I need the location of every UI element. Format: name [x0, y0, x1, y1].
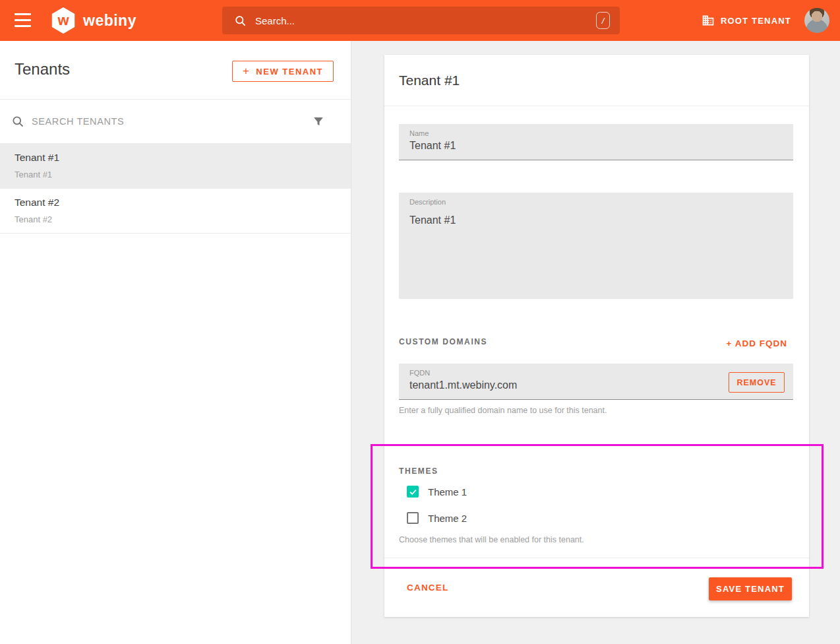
plus-icon: + — [243, 65, 250, 78]
root-tenant-label: ROOT TENANT — [721, 16, 791, 26]
theme-1-label: Theme 1 — [428, 486, 467, 498]
search-icon — [11, 115, 24, 131]
theme-option-2[interactable]: Theme 2 — [407, 512, 467, 524]
name-field-label: Name — [409, 129, 783, 137]
fqdn-field-label: FQDN — [409, 369, 783, 377]
custom-domains-section-label: CUSTOM DOMAINS — [399, 337, 487, 346]
fqdn-field-value: tenant1.mt.webiny.com — [409, 379, 783, 391]
fqdn-helper-text: Enter a fully qualified domain name to u… — [399, 406, 607, 415]
app-header: w webiny Search... / ROOT TENANT — [0, 0, 840, 41]
tenants-sidebar: Tenants + NEW TENANT SEARCH TENANTS Tena… — [0, 41, 351, 644]
checkmark-icon — [409, 488, 417, 496]
tenant-item-name: Tenant #2 — [15, 197, 351, 209]
tenant-item-description: Tenant #2 — [15, 214, 351, 224]
tenant-search-placeholder: SEARCH TENANTS — [32, 116, 124, 127]
themes-section-label: THEMES — [399, 467, 438, 476]
sidebar-header: Tenants + NEW TENANT — [0, 41, 351, 100]
search-shortcut-badge: / — [596, 12, 610, 29]
fqdn-field[interactable]: FQDN tenant1.mt.webiny.com REMOVE — [399, 364, 793, 400]
tenant-item-name: Tenant #1 — [15, 152, 351, 164]
global-search-placeholder: Search... — [255, 15, 295, 26]
logo-text: webiny — [83, 12, 136, 30]
add-fqdn-button[interactable]: + ADD FQDN — [727, 338, 787, 348]
webiny-logo-icon: w — [50, 7, 76, 34]
save-tenant-button[interactable]: SAVE TENANT — [709, 577, 792, 600]
building-icon — [702, 14, 715, 27]
tenant-details-card: Tenant #1 Name Tenant #1 Description Ten… — [384, 55, 809, 617]
name-field[interactable]: Name Tenant #1 — [399, 124, 793, 160]
theme-2-checkbox[interactable] — [407, 512, 419, 524]
user-avatar[interactable] — [804, 8, 829, 33]
card-footer: CANCEL SAVE TENANT — [384, 558, 809, 617]
page-title: Tenants — [15, 60, 70, 79]
theme-option-1[interactable]: Theme 1 — [407, 486, 467, 498]
theme-2-label: Theme 2 — [428, 513, 467, 524]
tenant-list-item[interactable]: Tenant #2 Tenant #2 — [0, 189, 351, 234]
search-icon — [234, 15, 247, 27]
description-field-label: Description — [409, 198, 783, 206]
menu-icon[interactable] — [15, 13, 31, 27]
logo-letter: w — [57, 13, 69, 28]
name-field-value: Tenant #1 — [409, 140, 783, 152]
tenant-form-title: Tenant #1 — [399, 73, 460, 88]
description-field-value: Tenant #1 — [409, 214, 783, 226]
global-search-input[interactable]: Search... / — [222, 7, 620, 34]
remove-fqdn-button[interactable]: REMOVE — [729, 372, 785, 393]
new-tenant-button[interactable]: + NEW TENANT — [232, 61, 334, 82]
filter-icon[interactable] — [313, 115, 324, 131]
themes-helper-text: Choose themes that will be enabled for t… — [399, 535, 584, 544]
tenant-search-bar[interactable]: SEARCH TENANTS — [0, 100, 351, 144]
root-tenant-button[interactable]: ROOT TENANT — [702, 0, 791, 41]
card-header: Tenant #1 — [384, 55, 809, 106]
tenant-list-item[interactable]: Tenant #1 Tenant #1 — [0, 144, 351, 189]
description-field[interactable]: Description Tenant #1 — [399, 193, 793, 299]
cancel-button[interactable]: CANCEL — [407, 583, 448, 593]
webiny-logo[interactable]: w webiny — [50, 7, 136, 34]
tenant-item-description: Tenant #1 — [15, 170, 351, 179]
theme-1-checkbox[interactable] — [407, 486, 419, 498]
new-tenant-label: NEW TENANT — [256, 67, 323, 77]
